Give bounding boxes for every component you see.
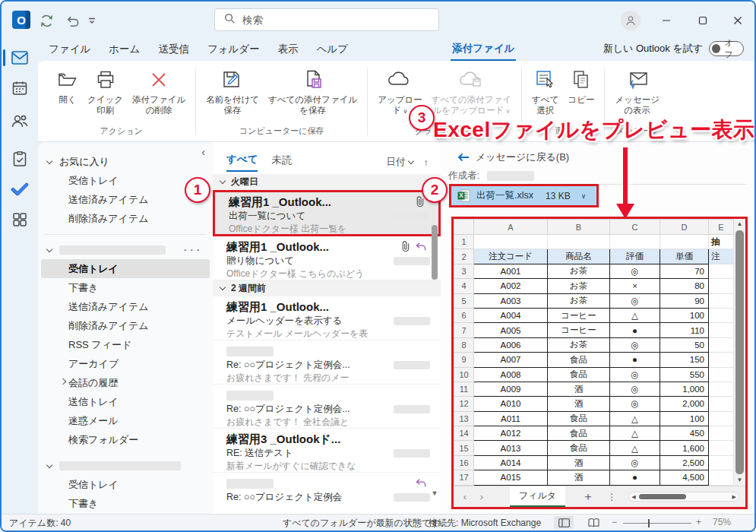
data-cell[interactable]: 80	[660, 279, 709, 293]
column-header-E[interactable]: E	[709, 220, 734, 235]
sheet-more-icon[interactable]: ⋮	[607, 492, 616, 502]
scroll-left-icon[interactable]: ◀	[631, 494, 635, 500]
message-item[interactable]: 練習用3 _Outlookド...RE: 送信テスト新着メールがすぐに確認できな	[213, 429, 441, 473]
corner-select-all-cell[interactable]	[454, 220, 474, 235]
data-cell[interactable]: 90	[660, 293, 709, 308]
data-cell[interactable]: 食品	[548, 426, 610, 441]
sheet-next-icon[interactable]: ›	[476, 491, 487, 502]
tasks-nav-icon[interactable]	[2, 144, 38, 174]
message-item[interactable]: Re: ○○プロジェクト定例会...お疲れさまです！ 全社会議と	[213, 385, 441, 429]
data-cell[interactable]: ◎	[610, 382, 660, 396]
data-cell[interactable]: 100	[660, 308, 709, 322]
cell-empty[interactable]	[709, 308, 734, 322]
scrollbar-thumb[interactable]	[432, 225, 438, 280]
data-cell[interactable]: 酒	[548, 455, 610, 470]
cell-empty[interactable]	[474, 235, 548, 249]
data-cell[interactable]: ◎	[610, 293, 660, 308]
account2-header[interactable]	[38, 457, 213, 475]
data-cell[interactable]: 食品	[548, 367, 610, 382]
data-cell[interactable]: ◎	[610, 397, 660, 411]
menu-tab-1[interactable]: ホーム	[109, 43, 140, 56]
data-cell[interactable]: 食品	[548, 441, 610, 455]
data-cell[interactable]: A009	[474, 382, 548, 396]
scroll-down-icon[interactable]: ▼	[737, 477, 743, 484]
preview-vertical-scrollbar[interactable]: ▲ ▼	[734, 219, 745, 486]
cell-empty[interactable]	[610, 235, 660, 249]
todo-nav-icon[interactable]	[2, 174, 38, 204]
scrollbar-thumb[interactable]	[639, 494, 686, 499]
data-cell[interactable]: ×	[610, 279, 660, 293]
customize-toolbar-chevron-icon[interactable]	[87, 12, 97, 29]
cell-empty[interactable]	[709, 455, 734, 470]
row-header-5[interactable]: 5	[454, 293, 474, 308]
message-item[interactable]: 練習用1 _Outlook...贈り物についてOfficeドクター様 こちらのぶ…	[213, 236, 441, 280]
cell-empty[interactable]	[709, 353, 734, 367]
remove-attachment-button[interactable]: 添付ファイル の削除	[128, 64, 189, 116]
data-cell[interactable]: △	[610, 426, 660, 441]
row-header-12[interactable]: 12	[454, 397, 474, 411]
cell-empty[interactable]	[709, 411, 734, 426]
spreadsheet-table[interactable]: ABCDE1抽2注文コード商品名評価単価注3A001お茶◎704A002お茶×8…	[454, 219, 734, 486]
maximize-button[interactable]	[690, 11, 716, 30]
row-header-10[interactable]: 10	[454, 367, 474, 382]
data-cell[interactable]: 150	[660, 353, 709, 367]
folder-item[interactable]: 会話の履歴	[41, 373, 210, 392]
cell-empty[interactable]	[709, 367, 734, 382]
data-cell[interactable]: ●	[610, 470, 660, 485]
data-cell[interactable]: 50	[660, 337, 709, 352]
message-group-header[interactable]: 火曜日	[213, 174, 441, 190]
column-header-C[interactable]: C	[610, 220, 660, 235]
account-avatar-icon[interactable]	[621, 11, 641, 30]
row-header-1[interactable]: 1	[454, 235, 474, 249]
data-cell[interactable]: 110	[660, 323, 709, 337]
new-outlook-toggle[interactable]: オフ	[709, 41, 744, 56]
message-group-header[interactable]: 2 週間前	[213, 280, 441, 296]
data-cell[interactable]: 酒	[548, 382, 610, 396]
menu-tab-2[interactable]: 送受信	[158, 43, 189, 56]
column-header-B[interactable]: B	[548, 220, 610, 235]
data-cell[interactable]: A003	[474, 293, 548, 308]
folder-item[interactable]: アーカイブ	[41, 354, 210, 373]
zoom-slider-thumb[interactable]	[648, 519, 650, 527]
folder-item[interactable]: 迷惑メール	[41, 411, 210, 430]
message-item[interactable]: 練習用1 _Outlook...出荷一覧についてOfficeドクター様 出荷一覧…	[213, 190, 441, 236]
data-cell[interactable]: 1,600	[660, 441, 709, 455]
cell-empty[interactable]	[548, 235, 610, 249]
menu-tab-5[interactable]: ヘルプ	[317, 43, 348, 56]
data-cell[interactable]: A015	[474, 470, 548, 485]
data-cell[interactable]: 100	[660, 411, 709, 426]
cell-empty[interactable]	[709, 382, 734, 396]
data-cell[interactable]: ●	[610, 323, 660, 337]
data-cell[interactable]: A014	[474, 455, 548, 470]
scroll-up-icon[interactable]: ▲	[737, 220, 743, 228]
data-cell[interactable]: A013	[474, 441, 548, 455]
quick-print-button[interactable]: クイック 印刷	[84, 64, 127, 116]
back-to-message-link[interactable]: メッセージに戻る(B)	[457, 150, 569, 164]
table-header-cell[interactable]: 注文コード	[474, 249, 548, 264]
cell-empty[interactable]	[709, 323, 734, 337]
folder-item[interactable]: 受信トレイ	[41, 475, 210, 494]
data-cell[interactable]: お茶	[548, 293, 610, 308]
row-header-7[interactable]: 7	[454, 323, 474, 337]
scroll-down-icon[interactable]: ▼	[432, 489, 438, 497]
data-cell[interactable]: ◎	[610, 337, 660, 352]
row-header-3[interactable]: 3	[454, 264, 474, 278]
data-cell[interactable]: 70	[660, 264, 709, 278]
open-button[interactable]: 開く	[53, 64, 82, 105]
data-cell[interactable]: A005	[474, 323, 548, 337]
data-cell[interactable]: お茶	[548, 337, 610, 352]
data-cell[interactable]: △	[610, 308, 660, 322]
data-cell[interactable]: ◎	[610, 367, 660, 382]
row-header-2[interactable]: 2	[454, 249, 474, 264]
data-cell[interactable]: 2,000	[660, 397, 709, 411]
data-cell[interactable]: お茶	[548, 279, 610, 293]
data-cell[interactable]: 食品	[548, 353, 610, 367]
data-cell[interactable]: A004	[474, 308, 548, 322]
row-header-16[interactable]: 16	[454, 455, 474, 470]
column-header-A[interactable]: A	[474, 220, 548, 235]
table-header-cell[interactable]: 単価	[660, 249, 709, 264]
cell-empty[interactable]	[709, 293, 734, 308]
message-item[interactable]: Re: ○○プロジェクト定例会...お疲れさまです！ 先程のメー	[213, 340, 441, 385]
mail-nav-icon[interactable]	[2, 43, 38, 73]
data-cell[interactable]: ◎	[610, 264, 660, 278]
